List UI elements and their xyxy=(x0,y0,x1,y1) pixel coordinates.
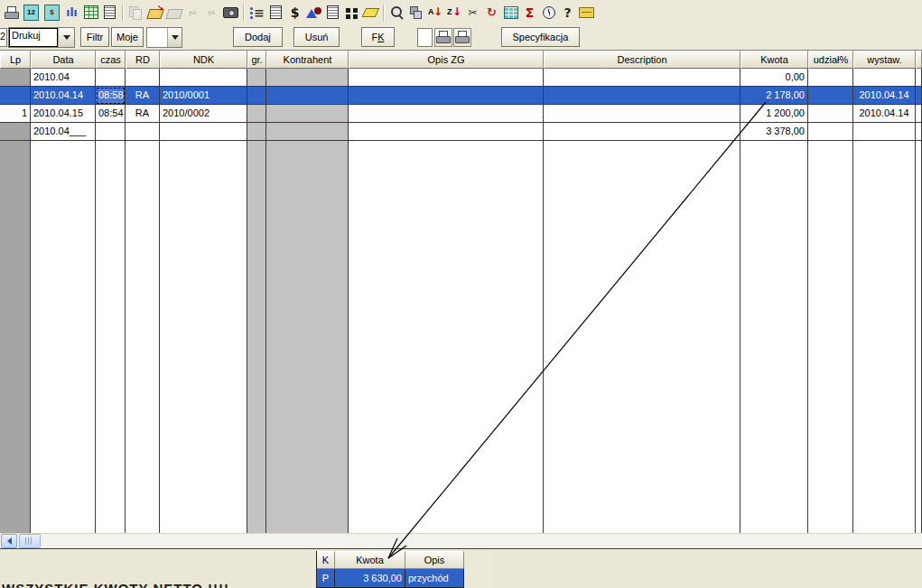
dodaj-button[interactable]: Dodaj xyxy=(233,27,283,47)
grid-cell-description[interactable] xyxy=(544,87,740,105)
grid-cell-extra[interactable] xyxy=(916,69,922,87)
tag-icon[interactable] xyxy=(361,4,380,22)
small-edit-box[interactable] xyxy=(417,28,433,47)
print-mode-combobox[interactable]: Drukuj xyxy=(8,27,75,48)
column-header-wystaw[interactable]: wystaw. xyxy=(853,51,916,69)
grid-cell-ndk[interactable] xyxy=(160,69,247,87)
grid-cell-kontrahent[interactable] xyxy=(266,123,349,141)
grid-cell-kwota[interactable]: 3 378,00 xyxy=(740,123,808,141)
grid-cell-rd[interactable] xyxy=(126,123,160,141)
grid-cell-rd[interactable]: RA xyxy=(126,105,160,123)
camera-icon[interactable] xyxy=(221,4,240,22)
summary-data-row[interactable]: P 3 630,00 przychód xyxy=(317,569,464,588)
document2-icon[interactable] xyxy=(323,4,342,22)
spreadsheet-icon[interactable] xyxy=(81,4,100,22)
grid-empty-area[interactable] xyxy=(0,141,922,533)
column-header-opis[interactable]: Opis ZG xyxy=(349,51,544,69)
grid-cell-udzial[interactable] xyxy=(808,123,853,141)
grid-cell-wystaw[interactable]: 2010.04.14 xyxy=(853,87,916,105)
grid-cell-gr[interactable] xyxy=(247,105,266,123)
filtr-button[interactable]: Filtr xyxy=(80,27,109,47)
column-header-udzial[interactable]: udział% xyxy=(808,51,853,69)
grid-cell-gr[interactable] xyxy=(247,69,266,87)
grid-cell-data[interactable]: 2010.04.15 xyxy=(31,105,96,123)
copy-shapes-icon[interactable] xyxy=(406,4,425,22)
print-preview-button[interactable] xyxy=(434,28,452,47)
grid-cell-ndk[interactable] xyxy=(160,123,247,141)
table-row[interactable]: 2010.04___3 378,00 xyxy=(0,123,922,141)
mail-icon[interactable] xyxy=(577,4,596,22)
grid-cell-czas[interactable]: 08:58 xyxy=(96,87,126,105)
grid-cell-opis[interactable] xyxy=(349,69,544,87)
grid-cell-extra[interactable] xyxy=(916,87,922,105)
column-header-czas[interactable]: czas xyxy=(96,51,126,69)
table-row[interactable]: 12010.04.1508:54RA2010/00021 200,002010.… xyxy=(0,105,922,123)
grid-cell-description[interactable] xyxy=(544,105,740,123)
grid-cell-opis[interactable] xyxy=(349,87,544,105)
grid-cell-gr[interactable] xyxy=(247,87,266,105)
grid-cell-kontrahent[interactable] xyxy=(266,87,349,105)
grid-cell-kwota[interactable]: 1 200,00 xyxy=(740,105,808,123)
print-button[interactable] xyxy=(453,28,471,47)
grid-cell-kontrahent[interactable] xyxy=(266,105,349,123)
grid-cell-opis[interactable] xyxy=(349,105,544,123)
column-header-data[interactable]: Data xyxy=(31,51,96,69)
filter-combobox[interactable] xyxy=(146,27,182,48)
grid-cell-lp[interactable] xyxy=(0,87,31,105)
search-icon[interactable] xyxy=(387,4,406,22)
scrollbar-thumb[interactable] xyxy=(19,534,41,548)
grid-cell-extra[interactable] xyxy=(916,105,922,123)
header-cell-kwota[interactable]: Kwota xyxy=(335,551,405,569)
grid-cell-udzial[interactable] xyxy=(808,105,853,123)
grid-cell-ndk[interactable]: 2010/0002 xyxy=(160,105,247,123)
grid-cell-ndk[interactable]: 2010/0001 xyxy=(160,87,247,105)
list-icon[interactable] xyxy=(247,4,266,22)
grid-cell-czas[interactable]: 08:54 xyxy=(96,105,126,123)
column-header-kwota[interactable]: Kwota xyxy=(740,51,808,69)
sort-za-icon[interactable] xyxy=(444,4,463,22)
bar-chart-icon[interactable] xyxy=(62,4,81,22)
grid-cell-opis[interactable] xyxy=(349,123,544,141)
usun-button[interactable]: Usuń xyxy=(293,27,340,47)
header-cell-opis[interactable]: Opis xyxy=(405,551,464,569)
tiles-icon[interactable] xyxy=(342,4,361,22)
grid-cell-rd[interactable]: RA xyxy=(126,87,160,105)
graph-icon[interactable] xyxy=(304,4,323,22)
print-icon[interactable] xyxy=(2,4,21,22)
horizontal-scrollbar[interactable] xyxy=(0,533,922,548)
grid-cell-kwota[interactable]: 2 178,00 xyxy=(740,87,808,105)
document-icon[interactable] xyxy=(100,4,119,22)
open-folder-icon[interactable] xyxy=(145,4,164,22)
grid-cell-rd[interactable] xyxy=(126,69,160,87)
grid-cell-kontrahent[interactable] xyxy=(266,69,349,87)
money-icon[interactable] xyxy=(285,4,304,22)
grid-cell-gr[interactable] xyxy=(247,123,266,141)
grid-cell-udzial[interactable] xyxy=(808,87,853,105)
header-cell-k[interactable]: K xyxy=(317,551,335,569)
column-header-extra[interactable] xyxy=(916,51,922,69)
calculator-icon[interactable] xyxy=(501,4,520,22)
report-icon[interactable] xyxy=(266,4,285,22)
scroll-left-button[interactable] xyxy=(1,534,17,548)
grid-cell-czas[interactable] xyxy=(96,69,126,87)
clipboard-money-icon[interactable]: $ xyxy=(44,5,60,21)
column-header-rd[interactable]: RD xyxy=(126,51,160,69)
chevron-down-icon[interactable] xyxy=(167,28,182,47)
specyfikacja-button[interactable]: Specyfikacja xyxy=(501,27,581,47)
loop-icon[interactable] xyxy=(482,4,501,22)
scissors-icon[interactable] xyxy=(463,4,482,22)
column-header-description[interactable]: Description xyxy=(544,51,740,69)
grid-cell-description[interactable] xyxy=(544,123,740,141)
grid-cell-udzial[interactable] xyxy=(808,69,853,87)
grid-cell-description[interactable] xyxy=(544,69,740,87)
clipboard-calendar-icon[interactable]: 12 xyxy=(23,5,39,21)
grid-cell-data[interactable]: 2010.04.14 xyxy=(31,87,96,105)
grid-cell-data[interactable]: 2010.04 xyxy=(31,69,96,87)
table-row[interactable]: 2010.04.1408:58RA2010/00012 178,002010.0… xyxy=(0,87,922,105)
grid-cell-wystaw[interactable]: 2010.04.14 xyxy=(853,105,916,123)
grid-cell-kwota[interactable]: 0,00 xyxy=(740,69,808,87)
table-row[interactable]: 2010.040,00 xyxy=(0,69,922,87)
moje-button[interactable]: Moje xyxy=(111,27,144,47)
grid-cell-lp[interactable] xyxy=(0,123,31,141)
sigma-icon[interactable] xyxy=(520,4,539,22)
